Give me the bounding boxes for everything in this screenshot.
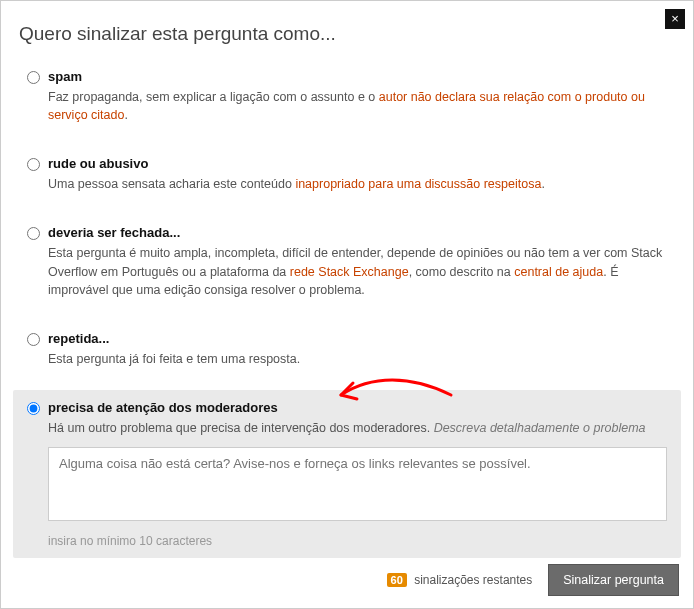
help-link[interactable]: central de ajuda <box>514 265 603 279</box>
flag-option-title: repetida... <box>48 331 667 346</box>
flag-option-desc: Esta pergunta é muito ampla, incompleta,… <box>48 244 667 298</box>
flag-option-close[interactable]: deveria ser fechada...Esta pergunta é mu… <box>13 215 681 308</box>
flag-option-dup[interactable]: repetida...Esta pergunta já foi feita e … <box>13 321 681 378</box>
flag-radio-rude[interactable] <box>27 158 40 171</box>
close-button[interactable]: × <box>665 9 685 29</box>
flag-radio-spam[interactable] <box>27 71 40 84</box>
flag-radio-dup[interactable] <box>27 333 40 346</box>
flag-option-desc: Faz propaganda, sem explicar a ligação c… <box>48 88 667 124</box>
flag-option-title: rude ou abusivo <box>48 156 667 171</box>
submit-flag-button[interactable]: Sinalizar pergunta <box>548 564 679 596</box>
dialog-title: Quero sinalizar esta pergunta como... <box>1 1 693 55</box>
flag-option-title: spam <box>48 69 667 84</box>
flag-option-title: precisa de atenção dos moderadores <box>48 400 667 415</box>
flag-radio-close[interactable] <box>27 227 40 240</box>
flag-option-desc: Esta pergunta já foi feita e tem uma res… <box>48 350 667 368</box>
flag-option-desc: Há um outro problema que precisa de inte… <box>48 419 667 437</box>
flag-options: spamFaz propaganda, sem explicar a ligaç… <box>1 55 693 558</box>
moderator-reason-input[interactable] <box>48 447 667 521</box>
help-link[interactable]: inapropriado para uma discussão respeito… <box>295 177 541 191</box>
flag-option-desc: Uma pessoa sensata acharia este conteúdo… <box>48 175 667 193</box>
flag-option-spam[interactable]: spamFaz propaganda, sem explicar a ligaç… <box>13 59 681 134</box>
flag-dialog: × Quero sinalizar esta pergunta como... … <box>0 0 694 609</box>
flag-option-rude[interactable]: rude ou abusivoUma pessoa sensata achari… <box>13 146 681 203</box>
flags-remaining: 60 sinalizações restantes <box>387 573 533 587</box>
help-link[interactable]: rede Stack Exchange <box>290 265 409 279</box>
flag-option-mod[interactable]: precisa de atenção dos moderadoresHá um … <box>13 390 681 558</box>
flags-count-badge: 60 <box>387 573 407 587</box>
flags-remaining-label: sinalizações restantes <box>414 573 532 587</box>
flag-radio-mod[interactable] <box>27 402 40 415</box>
dialog-footer: 60 sinalizações restantes Sinalizar perg… <box>387 564 679 596</box>
min-chars-hint: insira no mínimo 10 caracteres <box>48 534 667 548</box>
flag-option-title: deveria ser fechada... <box>48 225 667 240</box>
